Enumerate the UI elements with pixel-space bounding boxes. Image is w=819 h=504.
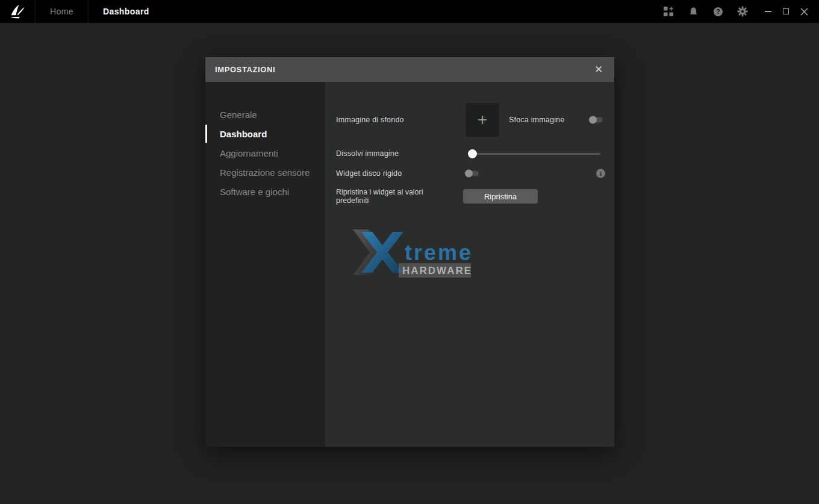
hdd-widget-label: Widget disco rigido: [336, 169, 402, 178]
settings-sidebar: Generale Dashboard Aggiornamenti Registr…: [205, 82, 325, 447]
add-widget-icon[interactable]: [663, 6, 674, 17]
add-background-image-button[interactable]: +: [466, 103, 499, 137]
corsair-sails-icon: [9, 3, 26, 20]
app-topbar: Home Dashboard: [0, 0, 819, 23]
tab-home[interactable]: Home: [36, 0, 88, 23]
minimize-icon[interactable]: [761, 5, 774, 18]
dialog-close-icon[interactable]: ✕: [589, 57, 608, 82]
sidebar-item-aggiornamenti[interactable]: Aggiornamenti: [205, 143, 325, 163]
slider-thumb[interactable]: [468, 149, 477, 158]
help-icon[interactable]: ?: [712, 6, 723, 17]
slider-track: [468, 153, 600, 155]
xtreme-hardware-watermark: treme HARDWARE: [348, 227, 471, 278]
corsair-logo[interactable]: [0, 3, 35, 20]
settings-gear-icon[interactable]: [737, 6, 748, 17]
svg-text:?: ?: [716, 8, 720, 15]
reset-widgets-label: Ripristina i widget ai valori predefinit…: [336, 188, 432, 205]
dialog-title: IMPOSTAZIONI: [215, 65, 275, 74]
settings-dialog: IMPOSTAZIONI ✕ Generale Dashboard Aggior…: [205, 57, 614, 447]
dialog-header: IMPOSTAZIONI ✕: [205, 57, 614, 82]
background-image-label: Immagine di sfondo: [336, 116, 404, 124]
info-icon[interactable]: i: [596, 169, 605, 178]
toggle-knob: [465, 170, 473, 178]
sidebar-item-software-e-giochi[interactable]: Software e giochi: [205, 182, 325, 201]
toggle-knob: [589, 116, 597, 124]
notifications-bell-icon[interactable]: [688, 6, 699, 17]
watermark-treme-text: treme: [405, 240, 471, 265]
topbar-icon-group: ?: [663, 6, 748, 17]
sidebar-item-registrazione-sensore[interactable]: Registrazione sensore: [205, 163, 325, 182]
blur-image-label: Sfoca immagine: [509, 116, 564, 124]
sidebar-item-dashboard[interactable]: Dashboard: [205, 124, 325, 143]
tab-dashboard[interactable]: Dashboard: [89, 0, 164, 23]
fade-image-label: Dissolvi immagine: [336, 149, 399, 158]
watermark-hardware-text: HARDWARE: [402, 265, 471, 276]
close-window-icon[interactable]: [797, 5, 811, 18]
dialog-body: Generale Dashboard Aggiornamenti Registr…: [205, 82, 614, 447]
settings-content: Immagine di sfondo + Sfoca immagine Diss…: [325, 82, 614, 447]
sidebar-item-generale[interactable]: Generale: [205, 105, 325, 124]
blur-image-toggle[interactable]: [589, 116, 603, 124]
reset-widgets-button[interactable]: Ripristina: [463, 189, 538, 204]
fade-image-slider[interactable]: [468, 149, 600, 158]
hdd-widget-toggle[interactable]: [465, 170, 479, 178]
maximize-icon[interactable]: [779, 5, 793, 18]
settings-nav: Generale Dashboard Aggiornamenti Registr…: [205, 105, 325, 201]
window-controls: [761, 5, 811, 18]
